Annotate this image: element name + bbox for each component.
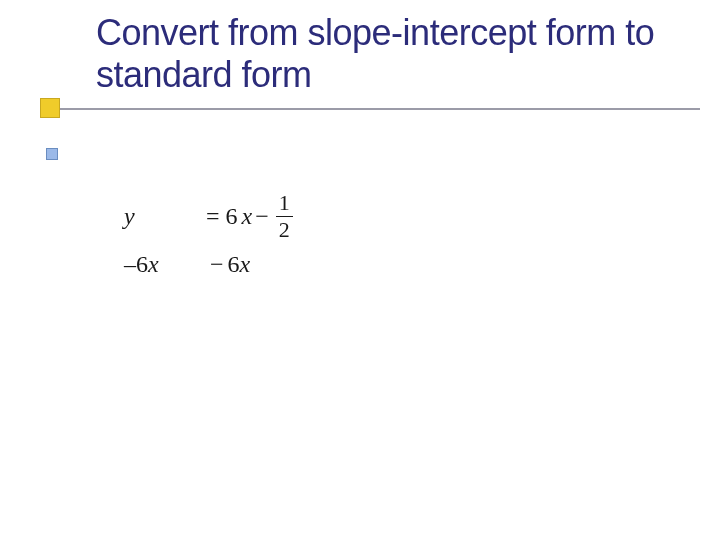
body-bullet-icon bbox=[46, 148, 58, 160]
var-y: y bbox=[124, 203, 135, 230]
right-var-x: x bbox=[240, 251, 251, 278]
slide-title: Convert from slope-intercept form to sta… bbox=[96, 12, 680, 97]
left-sign: – bbox=[124, 251, 136, 278]
title-bullet-icon bbox=[40, 98, 60, 118]
minus-sign: − bbox=[255, 203, 269, 230]
equation-row-1: y = 6x − 1 2 bbox=[124, 186, 293, 246]
title-underline bbox=[52, 108, 700, 110]
left-var-x: x bbox=[148, 251, 159, 278]
coef-6: 6 bbox=[226, 203, 238, 230]
math-block: y = 6x − 1 2 –6x −6x bbox=[124, 186, 293, 280]
right-sign: − bbox=[210, 251, 224, 278]
fraction-numerator: 1 bbox=[276, 192, 293, 216]
equation-row-2: –6x −6x bbox=[124, 248, 293, 280]
left-coef: 6 bbox=[136, 251, 148, 278]
fraction-denominator: 2 bbox=[276, 217, 293, 241]
right-coef: 6 bbox=[228, 251, 240, 278]
var-x: x bbox=[242, 203, 253, 230]
equals-sign: = bbox=[206, 203, 220, 230]
fraction-one-half: 1 2 bbox=[276, 192, 293, 241]
